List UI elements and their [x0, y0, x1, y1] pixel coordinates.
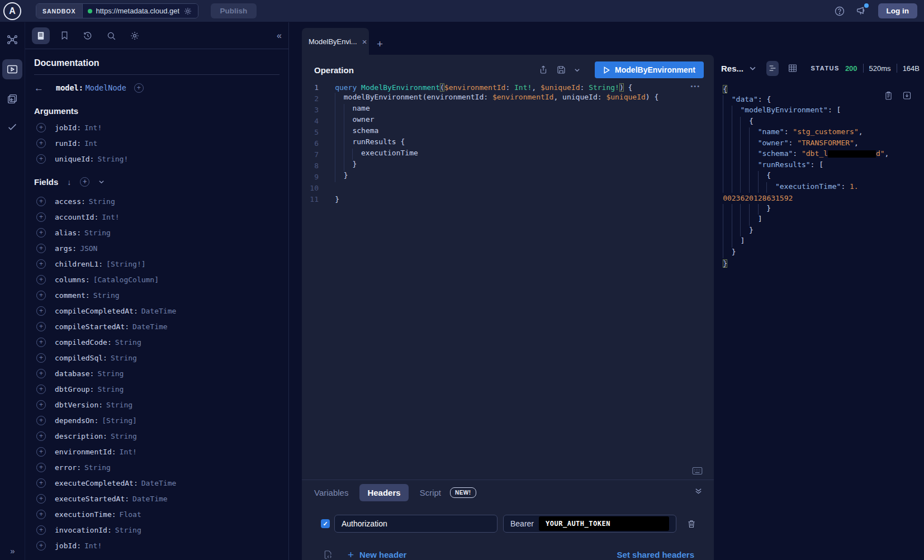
- field-type[interactable]: String: [93, 291, 120, 300]
- settings-gear-icon[interactable]: [130, 31, 140, 41]
- field-type[interactable]: Int: [84, 139, 97, 148]
- field-type[interactable]: String: [84, 229, 111, 237]
- code-line[interactable]: 3name: [302, 104, 714, 115]
- code-line[interactable]: 8}: [302, 160, 714, 171]
- new-header-button[interactable]: + New header: [348, 549, 406, 560]
- code-line[interactable]: ]: [721, 236, 920, 248]
- code-line[interactable]: 11}: [302, 193, 714, 205]
- field-type[interactable]: [String]: [102, 416, 137, 425]
- add-field-icon[interactable]: +: [36, 353, 46, 363]
- field-name[interactable]: accountId:: [55, 213, 98, 221]
- endpoint-url-area[interactable]: https://metadata.cloud.get: [83, 4, 198, 18]
- field-type[interactable]: DateTime: [132, 322, 168, 331]
- add-field-icon[interactable]: +: [36, 154, 46, 164]
- tab-variables[interactable]: Variables: [314, 488, 348, 497]
- code-line[interactable]: 9}: [302, 171, 714, 182]
- code-line[interactable]: 2modelByEnvironment(environmentId: $envi…: [302, 93, 714, 104]
- field-type[interactable]: String!: [97, 155, 128, 163]
- add-field-icon[interactable]: +: [36, 447, 46, 457]
- save-options-chevron-icon[interactable]: [574, 67, 580, 73]
- help-icon[interactable]: [834, 6, 845, 17]
- table-view-icon[interactable]: [788, 63, 798, 73]
- endpoint-settings-gear-icon[interactable]: [183, 7, 192, 16]
- fields-options-chevron-icon[interactable]: [98, 179, 105, 185]
- login-button[interactable]: Log in: [878, 3, 918, 18]
- field-row[interactable]: +access:String: [34, 193, 279, 209]
- add-field-icon[interactable]: +: [36, 510, 46, 519]
- code-line[interactable]: 6runResults {: [302, 137, 714, 149]
- add-field-icon[interactable]: +: [36, 275, 46, 284]
- code-line[interactable]: "executionTime": 1.: [721, 182, 920, 193]
- field-row[interactable]: +args:JSON: [34, 240, 279, 256]
- add-field-icon[interactable]: +: [36, 306, 46, 316]
- field-type[interactable]: Int!: [84, 542, 102, 550]
- download-response-icon[interactable]: [902, 91, 912, 101]
- field-name[interactable]: executionTime:: [55, 510, 116, 519]
- code-line[interactable]: 7executionTime: [302, 149, 714, 160]
- field-name[interactable]: access:: [55, 197, 86, 206]
- code-line[interactable]: 5schema: [302, 126, 714, 137]
- editor-menu-kebab-icon[interactable]: •••: [690, 83, 700, 89]
- field-row[interactable]: +uniqueId:String!: [34, 151, 279, 167]
- add-type-icon[interactable]: +: [134, 83, 144, 93]
- close-tab-icon[interactable]: ×: [362, 37, 367, 46]
- field-row[interactable]: +executeCompletedAt:DateTime: [34, 475, 279, 491]
- field-row[interactable]: +childrenL1:[String!]: [34, 256, 279, 272]
- field-name[interactable]: columns:: [55, 276, 90, 284]
- field-type[interactable]: DateTime: [141, 307, 177, 315]
- auth-token-value[interactable]: YOUR_AUTH_TOKEN: [539, 516, 669, 531]
- field-name[interactable]: childrenL1:: [55, 260, 103, 268]
- add-field-icon[interactable]: +: [36, 494, 46, 504]
- field-row[interactable]: +runId:Int: [34, 135, 279, 151]
- code-line[interactable]: }: [721, 204, 920, 215]
- tab-headers[interactable]: Headers: [359, 484, 408, 501]
- add-field-icon[interactable]: +: [36, 291, 46, 300]
- add-field-icon[interactable]: +: [36, 228, 46, 238]
- field-name[interactable]: runId:: [55, 139, 81, 148]
- field-row[interactable]: +description:String: [34, 428, 279, 444]
- code-line[interactable]: }: [721, 226, 920, 237]
- add-all-fields-icon[interactable]: +: [80, 177, 89, 187]
- field-name[interactable]: environmentId:: [55, 448, 116, 456]
- add-field-icon[interactable]: +: [36, 416, 46, 425]
- field-row[interactable]: +comment:String: [34, 287, 279, 303]
- field-name[interactable]: dependsOn:: [55, 416, 98, 425]
- code-line[interactable]: 4owner: [302, 115, 714, 126]
- field-row[interactable]: +dbtGroup:String: [34, 381, 279, 397]
- field-row[interactable]: +jobId:Int!: [34, 120, 279, 135]
- history-icon[interactable]: [83, 31, 93, 41]
- endpoint-url-box[interactable]: SANDBOX https://metadata.cloud.get: [36, 3, 198, 18]
- field-row[interactable]: +executeStartedAt:DateTime: [34, 491, 279, 506]
- code-line[interactable]: {: [721, 117, 920, 128]
- field-name[interactable]: jobId:: [55, 542, 81, 550]
- sort-fields-icon[interactable]: ↓: [67, 178, 71, 187]
- field-name[interactable]: description:: [55, 432, 107, 440]
- field-name[interactable]: alias:: [55, 229, 81, 237]
- run-operation-button[interactable]: ModelByEnvironment: [595, 61, 704, 78]
- operation-collections-icon[interactable]: [2, 91, 22, 107]
- field-name[interactable]: compiledCode:: [55, 338, 112, 347]
- header-value-input[interactable]: Bearer YOUR_AUTH_TOKEN: [503, 515, 676, 533]
- field-type[interactable]: String: [115, 526, 141, 534]
- announcements-megaphone-icon[interactable]: [856, 5, 868, 17]
- code-line[interactable]: ]: [721, 215, 920, 226]
- tab-script[interactable]: Script: [420, 488, 441, 497]
- field-name[interactable]: jobId:: [55, 124, 81, 132]
- response-dropdown-chevron-icon[interactable]: [749, 65, 756, 72]
- code-line[interactable]: "schema": "dbt_ld",: [721, 149, 920, 160]
- field-type[interactable]: String: [111, 354, 137, 362]
- new-tab-icon[interactable]: +: [377, 39, 383, 49]
- explorer-icon[interactable]: [2, 59, 22, 79]
- preflight-script-icon[interactable]: [323, 549, 333, 560]
- field-row[interactable]: +compileCompletedAt:DateTime: [34, 303, 279, 319]
- field-row[interactable]: +database:String: [34, 366, 279, 381]
- field-type[interactable]: [String!]: [106, 260, 145, 268]
- code-line[interactable]: }: [721, 258, 920, 269]
- field-row[interactable]: +accountId:Int!: [34, 209, 279, 225]
- code-line[interactable]: "modelByEnvironment": [: [721, 106, 920, 117]
- add-field-icon[interactable]: +: [36, 139, 46, 148]
- add-field-icon[interactable]: +: [36, 338, 46, 347]
- field-type[interactable]: Int!: [120, 448, 137, 456]
- documentation-tab-icon[interactable]: [32, 27, 50, 44]
- header-name-input[interactable]: Authorization: [334, 515, 497, 533]
